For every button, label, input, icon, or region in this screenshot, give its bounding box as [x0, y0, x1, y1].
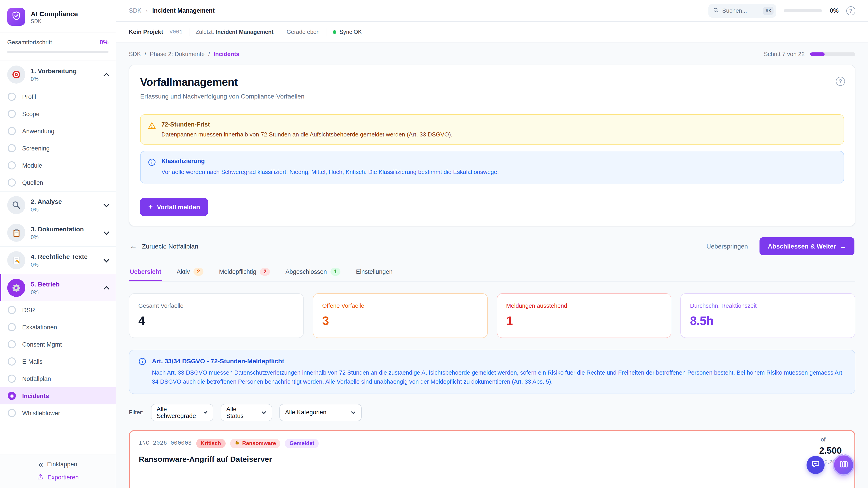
sidebar-item-consent-mgmt[interactable]: Consent Mgmt [0, 336, 116, 353]
sidebar-item-label: Whistleblower [22, 410, 60, 416]
sidebar-item-notfallplan[interactable]: Notfallplan [0, 370, 116, 387]
page-title: Vorfallmanagement [140, 76, 844, 89]
radio-icon [8, 409, 16, 417]
step-crumb-sdk[interactable]: SDK [129, 51, 141, 57]
breadcrumb-current: Incident Management [152, 7, 215, 14]
section-header-betrieb[interactable]: 5. Betrieb 0% [0, 274, 116, 301]
stat-value: 8.5h [690, 314, 846, 328]
wizard-nav-row: ← Zurueck: Notfallplan Ueberspringen Abs… [130, 237, 855, 255]
collapse-label: Einklappen [47, 461, 77, 468]
complete-next-button[interactable]: Abschliessen & Weiter → [760, 237, 855, 255]
panels-fab-button[interactable] [833, 454, 855, 476]
sidebar-item-quellen[interactable]: Quellen [0, 174, 116, 191]
sidebar-item-label: Anwendung [22, 128, 55, 134]
chevron-down-icon [351, 410, 355, 414]
tab-abgeschlossen[interactable]: Abgeschlossen1 [285, 267, 342, 281]
warning-triangle-icon [148, 122, 156, 131]
sidebar-item-label: Screening [22, 145, 50, 152]
clipboard-icon [7, 224, 25, 242]
target-icon [7, 66, 25, 84]
sidebar-item-module[interactable]: Module [0, 157, 116, 174]
breadcrumb-root[interactable]: SDK [129, 7, 142, 14]
sidebar-item-anwendung[interactable]: Anwendung [0, 123, 116, 140]
status-badge: Gemeldet [285, 439, 319, 448]
deadline-warning-box: 72-Stunden-Frist Datenpannen muessen inn… [140, 114, 844, 144]
radio-icon [8, 127, 16, 135]
skip-button[interactable]: Ueberspringen [706, 242, 748, 250]
tab-aktiv[interactable]: Aktiv2 [176, 267, 205, 281]
tab-einstellungen[interactable]: Einstellungen [355, 267, 394, 281]
severity-filter-select[interactable]: Alle Schweregrade [151, 404, 213, 421]
tab-uebersicht[interactable]: Uebersicht [129, 267, 162, 281]
magnifier-icon [7, 196, 25, 214]
search-input[interactable]: Suchen... ⌘K [709, 4, 776, 18]
sidebar-item-incidents[interactable]: Incidents [0, 387, 116, 404]
section-label: 4. Rechtliche Texte [31, 253, 88, 260]
step-crumb-phase[interactable]: Phase 2: Dokumente [150, 51, 205, 57]
section-rechtliche-texte: 4. Rechtliche Texte 0% [0, 246, 116, 274]
sidebar-footer: « Einklappen Exportieren [0, 455, 116, 488]
sidebar-item-screening[interactable]: Screening [0, 140, 116, 157]
section-header-rechtliche-texte[interactable]: 4. Rechtliche Texte 0% [0, 247, 116, 274]
export-button[interactable]: Exportieren [37, 474, 79, 481]
chat-fab-button[interactable] [807, 456, 825, 474]
help-icon[interactable]: ? [846, 6, 855, 15]
section-header-vorbereitung[interactable]: 1. Vorbereitung 0% [0, 61, 116, 88]
divider [326, 28, 327, 35]
chat-bubble-icon [811, 459, 820, 470]
stat-card-avg-reaction: Durchschn. Reaktionszeit 8.5h [681, 293, 856, 338]
sidebar-item-eskalationen[interactable]: Eskalationen [0, 319, 116, 336]
sidebar-item-profil[interactable]: Profil [0, 88, 116, 105]
back-link[interactable]: ← Zurueck: Notfallplan [130, 242, 198, 250]
search-placeholder: Suchen... [722, 7, 747, 14]
status-bar: Kein Projekt V001 Zuletzt: Incident Mana… [116, 22, 868, 42]
tab-badge: 2 [193, 268, 204, 275]
radio-icon [8, 161, 16, 169]
radio-icon [8, 357, 16, 365]
search-shortcut: ⌘K [763, 6, 774, 15]
dsgvo-note-body: Nach Art. 33 DSGVO muessen Datenschutzve… [152, 368, 846, 386]
incident-id: INC-2026-000003 [139, 440, 192, 447]
status-filter-select[interactable]: Alle Status [220, 404, 272, 421]
sidebar-item-label: Eskalationen [22, 324, 57, 330]
chevron-down-icon [104, 232, 108, 234]
sidebar: AI Compliance SDK Gesamtfortschritt 0% 1… [0, 0, 116, 488]
sidebar-item-scope[interactable]: Scope [0, 105, 116, 123]
section-pct: 0% [31, 261, 88, 268]
arrow-left-icon: ← [130, 242, 137, 250]
incident-side-value: 2.500 [817, 446, 842, 456]
top-progress-value: 0% [830, 7, 839, 14]
chevron-down-icon [104, 259, 108, 261]
section-header-analyse[interactable]: 2. Analyse 0% [0, 192, 116, 219]
stat-label: Offene Vorfaelle [322, 302, 478, 309]
sidebar-item-label: Quellen [22, 179, 43, 186]
gear-icon [7, 279, 25, 297]
app-root: AI Compliance SDK Gesamtfortschritt 0% 1… [0, 0, 868, 488]
category-filter-select[interactable]: Alle Kategorien [279, 404, 362, 421]
incident-card[interactable]: INC-2026-000003 Kritisch Ransomware Geme… [129, 430, 855, 488]
section-label: 3. Dokumentation [31, 225, 84, 232]
collapse-sidebar-button[interactable]: « Einklappen [38, 461, 77, 468]
info-icon [148, 158, 156, 168]
stat-value: 4 [138, 314, 294, 328]
sidebar-item-label: Notfallplan [22, 375, 51, 382]
sidebar-item-whistleblower[interactable]: Whistleblower [0, 404, 116, 422]
step-counter: Schritt 7 von 22 [764, 51, 805, 57]
overall-progress-bar [7, 51, 108, 53]
tab-meldepflichtig[interactable]: Meldepflichtig2 [218, 267, 271, 281]
sidebar-item-label: Profil [22, 93, 36, 100]
section-vorbereitung: 1. Vorbereitung 0% Profil Scope Anwendun… [0, 61, 116, 191]
help-icon[interactable]: ? [836, 77, 845, 86]
report-incident-button[interactable]: + Vorfall melden [140, 198, 208, 216]
section-header-dokumentation[interactable]: 3. Dokumentation 0% [0, 219, 116, 246]
last-saved-time: Gerade eben [287, 29, 320, 35]
topbar: SDK › Incident Management Suchen... ⌘K 0… [116, 0, 868, 22]
sidebar-item-dsr[interactable]: DSR [0, 301, 116, 319]
sidebar-item-label: Incidents [22, 392, 49, 399]
stat-cards: Gesamt Vorfaelle 4 Offene Vorfaelle 3 Me… [129, 293, 855, 338]
page-subtitle: Erfassung und Nachverfolgung von Complia… [140, 93, 844, 100]
chevron-up-icon [104, 71, 108, 78]
category-badge: Ransomware [230, 439, 280, 448]
sidebar-item-emails[interactable]: E-Mails [0, 353, 116, 370]
chevron-down-icon [104, 204, 108, 206]
